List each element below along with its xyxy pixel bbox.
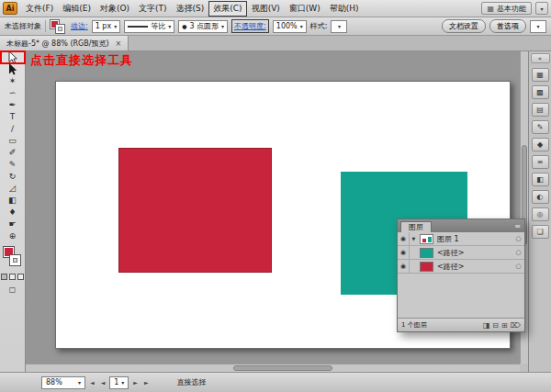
layer-row-layer1[interactable]: ◉ ▼ 图层 1 ○: [398, 232, 524, 246]
zoom-icon: ⊕: [9, 232, 17, 241]
stroke-hole: [13, 258, 17, 263]
menu-window[interactable]: 窗口(W): [285, 1, 325, 17]
screen-mode-button[interactable]: ▢: [1, 284, 25, 296]
brushes-panel-button[interactable]: ✎: [532, 120, 549, 134]
visibility-eye-icon[interactable]: ◉: [398, 260, 410, 273]
path-name[interactable]: <路径>: [435, 248, 512, 258]
rectangle-tool[interactable]: ▭: [1, 135, 25, 147]
artboard-number-select[interactable]: 1 ▾: [109, 376, 129, 389]
hand-tool[interactable]: ☛: [1, 218, 25, 230]
line-segment-tool[interactable]: ∕: [1, 123, 25, 135]
color-panel-button[interactable]: ▦: [532, 68, 549, 82]
delete-layer-icon[interactable]: ⌦: [511, 321, 521, 330]
zoom-level-select[interactable]: 88% ▾: [41, 376, 85, 389]
rotate-tool[interactable]: ↻: [1, 171, 25, 183]
menu-object[interactable]: 对象(O): [96, 1, 134, 17]
new-sublayer-icon[interactable]: ⊟: [492, 321, 499, 330]
line-icon: ∕: [11, 125, 14, 133]
visibility-eye-icon[interactable]: ◉: [398, 246, 410, 259]
draw-normal-mode-button[interactable]: [1, 274, 7, 280]
type-tool[interactable]: T: [1, 111, 25, 123]
menu-file[interactable]: 文件(F): [21, 1, 58, 17]
document-tab-title: 未标题-5* @ 88% (RGB/预览): [6, 39, 109, 49]
appearance-panel-button[interactable]: ◎: [532, 207, 549, 221]
new-layer-icon[interactable]: ⊞: [501, 321, 508, 330]
path-thumbnail: [420, 262, 433, 272]
last-artboard-button[interactable]: ►: [142, 379, 151, 386]
pencil-icon: ✎: [9, 161, 17, 169]
target-circle-icon[interactable]: ○: [512, 249, 524, 256]
menu-select[interactable]: 选择(S): [172, 1, 209, 17]
layers-panel-button[interactable]: ❏: [532, 225, 549, 239]
magic-wand-tool[interactable]: ✶: [1, 75, 25, 87]
menu-view[interactable]: 视图(V): [247, 1, 285, 17]
swatches-panel-button[interactable]: ▤: [532, 103, 549, 117]
menu-edit[interactable]: 编辑(E): [58, 1, 96, 17]
scale-tool[interactable]: ◿: [1, 183, 25, 195]
paintbrush-tool[interactable]: ✐: [1, 147, 25, 159]
width-profile-select[interactable]: 等比 ▾: [124, 20, 174, 33]
transparency-panel-button[interactable]: ◐: [532, 190, 549, 204]
gradient-tool[interactable]: ◧: [1, 195, 25, 207]
menu-effect[interactable]: 效果(C): [208, 1, 246, 17]
chevron-down-icon: ▾: [168, 23, 171, 29]
color-guide-panel-button[interactable]: ▩: [532, 85, 549, 99]
opacity-select[interactable]: 100% ▾: [273, 20, 307, 33]
menu-extra-dropdown[interactable]: ▾: [535, 2, 548, 15]
stroke-color-swatch[interactable]: [9, 254, 21, 266]
eyedropper-tool[interactable]: ♦: [1, 207, 25, 218]
document-setup-button[interactable]: 文档设置: [442, 19, 486, 33]
document-tab[interactable]: 未标题-5* @ 88% (RGB/预览) ×: [0, 36, 129, 50]
stroke-weight-select[interactable]: 1 px ▾: [92, 20, 120, 33]
layer-name[interactable]: 图层 1: [435, 234, 512, 244]
pencil-tool[interactable]: ✎: [1, 159, 25, 171]
clipping-mask-icon[interactable]: ◨: [483, 321, 490, 330]
lasso-tool[interactable]: ∽: [1, 87, 25, 99]
pen-tool[interactable]: ✒: [1, 99, 25, 111]
menu-help[interactable]: 帮助(H): [325, 1, 364, 17]
direct-selection-tool[interactable]: [1, 51, 25, 63]
target-circle-icon[interactable]: ○: [512, 263, 524, 270]
layers-panel-footer: 1 个图层 ◨ ⊟ ⊞ ⌦: [398, 318, 524, 331]
visibility-eye-icon[interactable]: ◉: [398, 232, 410, 245]
layer-row-path-teal[interactable]: ◉ <路径> ○: [398, 246, 524, 260]
preferences-button[interactable]: 首选项: [489, 19, 526, 33]
illustrator-window: Ai 文件(F) 编辑(E) 对象(O) 文字(T) 选择(S) 效果(C) 视…: [0, 0, 551, 392]
stroke-weight-value: 1 px: [96, 22, 111, 30]
layers-panel: 图层 ≡ ◉ ▼ 图层 1 ○ ◉ <路径> ○ ◉ <路径> ○: [397, 218, 525, 332]
next-artboard-button[interactable]: ►: [131, 379, 140, 386]
close-icon[interactable]: ×: [116, 39, 122, 48]
stroke-panel-button[interactable]: ≡: [532, 155, 549, 169]
first-artboard-button[interactable]: ◄: [88, 379, 96, 386]
stroke-swatch-mini[interactable]: [55, 24, 65, 34]
gradient-panel-button[interactable]: ◧: [532, 173, 549, 186]
zoom-tool[interactable]: ⊕: [1, 230, 25, 242]
panel-menu-icon[interactable]: ≡: [514, 223, 521, 230]
path-name[interactable]: <路径>: [435, 262, 512, 272]
workspace-switcher[interactable]: ▦ 基本功能: [481, 2, 532, 15]
opacity-value: 100%: [276, 22, 298, 30]
transparency-panel-icon: ◐: [537, 193, 544, 201]
selection-tool[interactable]: [1, 63, 25, 75]
horizontal-scroll-thumb[interactable]: [233, 365, 332, 371]
menu-type[interactable]: 文字(T): [134, 1, 172, 17]
prev-artboard-button[interactable]: ◄: [99, 379, 107, 386]
layers-tab[interactable]: 图层: [400, 221, 432, 232]
stroke-panel-link[interactable]: 描边:: [71, 21, 88, 31]
control-panel-menu[interactable]: ▾: [530, 20, 546, 33]
target-circle-icon[interactable]: ○: [512, 235, 524, 242]
draw-inside-mode-button[interactable]: [17, 274, 24, 280]
layer-row-path-red[interactable]: ◉ <路径> ○: [398, 260, 524, 274]
brush-select[interactable]: ● 3 点圆形 ▾: [178, 20, 228, 33]
expand-panels-button[interactable]: «: [531, 53, 550, 63]
style-select[interactable]: ▾: [331, 20, 347, 33]
expand-triangle-icon[interactable]: ▼: [410, 236, 418, 241]
artboard-number-value: 1: [114, 378, 118, 386]
horizontal-scrollbar[interactable]: [26, 364, 520, 372]
opacity-panel-link[interactable]: 不透明度:: [231, 19, 269, 33]
symbols-panel-button[interactable]: ◆: [532, 138, 549, 151]
red-rectangle-shape[interactable]: [118, 148, 272, 273]
lasso-icon: ∽: [9, 89, 17, 97]
layers-panel-header[interactable]: 图层 ≡: [398, 219, 524, 232]
draw-behind-mode-button[interactable]: [9, 274, 16, 280]
